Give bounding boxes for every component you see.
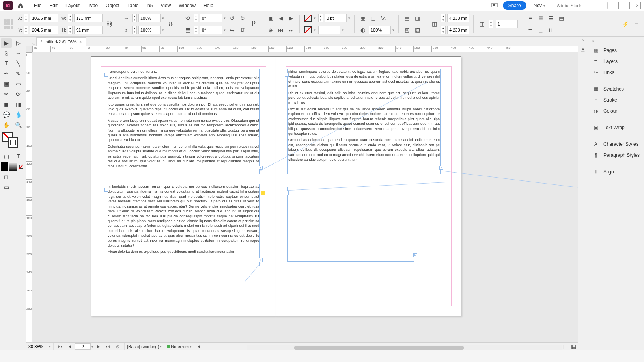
tool-note[interactable]: 💬: [1, 110, 12, 119]
wrap-bbox-icon[interactable]: ▥: [413, 14, 422, 22]
tool-type[interactable]: T: [1, 59, 12, 68]
menu-table[interactable]: Table: [123, 1, 143, 10]
align-justify-icon[interactable]: ▤: [557, 14, 566, 22]
w-stepper[interactable]: ▲▼: [68, 14, 73, 22]
ruler-vertical[interactable]: 020406080100120140160180200220240260280: [26, 52, 32, 342]
minimize-button[interactable]: —: [612, 2, 619, 9]
tool-zoom[interactable]: 🔍: [13, 120, 24, 130]
menu-layout[interactable]: Layout: [62, 1, 84, 10]
panel-item-links[interactable]: ⚯Links: [588, 67, 644, 78]
fill-swatch[interactable]: [304, 14, 312, 22]
panels-collapse-icon[interactable]: ‹‹: [588, 39, 644, 45]
tool-rect-frame[interactable]: ▣: [1, 79, 12, 89]
stroke-weight-stepper[interactable]: ▲▼: [318, 14, 323, 22]
outport-icon[interactable]: ▸: [413, 253, 417, 257]
tool-pencil[interactable]: ✎: [13, 69, 24, 78]
stroke-style-dropdown[interactable]: ▾: [342, 28, 344, 32]
fill-dropdown[interactable]: ▾: [314, 16, 316, 20]
corner-options-icon[interactable]: ◫: [430, 20, 439, 28]
dock-collapse-icon[interactable]: ‹‹: [578, 37, 588, 44]
screen-mode-preview[interactable]: ▭: [1, 182, 12, 192]
tool-gradient-feather[interactable]: ◨: [13, 100, 24, 109]
tool-line[interactable]: ╲: [13, 59, 24, 68]
transform-proxy-icon[interactable]: P: [249, 20, 258, 28]
stroke-dropdown[interactable]: ▾: [314, 28, 316, 32]
align-top-icon[interactable]: ≡: [526, 14, 535, 22]
scale-x-stepper[interactable]: ▲▼: [132, 14, 137, 22]
document-tab[interactable]: *Untitled-2 @ 76% ✕: [36, 37, 86, 46]
text-frame-3[interactable]: nitinci omnimpere volores doluptatem. Ut…: [287, 69, 441, 174]
select-first-icon[interactable]: ⏮: [276, 26, 285, 34]
fit-frame-icon[interactable]: ▢: [369, 14, 377, 22]
zoom-level[interactable]: ▾: [26, 343, 54, 350]
gutter-x-stepper[interactable]: ▲▼: [441, 14, 446, 22]
adobe-stock-search[interactable]: [553, 2, 608, 9]
page-dropdown-icon[interactable]: ▾: [91, 345, 93, 349]
view-options-icon[interactable]: ▦: [569, 342, 578, 351]
inport-icon[interactable]: [104, 73, 108, 77]
stroke-weight-input[interactable]: [325, 14, 347, 22]
x-stepper[interactable]: ▲▼: [24, 14, 28, 22]
tabs-collapse-icon[interactable]: ‹‹: [31, 42, 36, 46]
shear-dropdown[interactable]: ▾: [224, 28, 226, 32]
gutter-x-input[interactable]: [447, 14, 469, 22]
align-bottom-icon[interactable]: ☰: [547, 14, 555, 22]
apply-gradient[interactable]: [9, 162, 17, 171]
tool-eyedropper[interactable]: 💧: [13, 110, 24, 119]
stroke-style-select[interactable]: [318, 26, 340, 34]
menu-window[interactable]: Window: [175, 1, 200, 10]
shear-stepper[interactable]: ▲▼: [194, 26, 198, 34]
columns-stepper[interactable]: ▲▼: [489, 20, 493, 28]
panel-item-pages[interactable]: ▦Pages: [588, 45, 644, 56]
tool-gap[interactable]: ↔: [13, 48, 24, 58]
balance-icon[interactable]: ≣: [526, 26, 535, 34]
text-frame-4[interactable]: ▸: [287, 187, 414, 262]
errors-dropdown-icon[interactable]: ▾: [190, 345, 192, 349]
panel-item-colour[interactable]: ◑Colour: [588, 106, 644, 116]
align-center-icon[interactable]: 〓: [536, 14, 545, 22]
panel-item-align[interactable]: ⫴Align: [588, 167, 644, 177]
zoom-input[interactable]: [28, 344, 48, 349]
columns-input[interactable]: [496, 20, 518, 28]
menu-type[interactable]: Type: [84, 1, 102, 10]
select-last-icon[interactable]: ⏭: [287, 26, 295, 34]
maximize-button[interactable]: □: [623, 2, 630, 9]
page-input[interactable]: [75, 343, 91, 350]
tool-selection[interactable]: ▶: [1, 38, 12, 48]
panel-dock-collapsed[interactable]: ‹‹ A: [578, 37, 588, 350]
stroke-swatch[interactable]: [304, 26, 312, 34]
rotate-ccw-icon[interactable]: ↺: [228, 14, 237, 22]
menu-help[interactable]: Help: [200, 1, 217, 10]
tool-direct-selection[interactable]: ▷: [13, 38, 24, 48]
flip-v-icon[interactable]: ⇵: [238, 26, 247, 34]
select-prev-icon[interactable]: ◀: [276, 14, 285, 22]
menu-in5[interactable]: in5: [142, 1, 157, 10]
canvas[interactable]: Ferorersperio corumqui rerunt.Ur aci den…: [32, 52, 578, 342]
opacity-input[interactable]: [369, 26, 391, 34]
menu-view[interactable]: View: [157, 1, 175, 10]
constrain-scale-icon[interactable]: ⛓: [166, 20, 175, 28]
scale-y-input[interactable]: [138, 26, 161, 34]
status-arrow-left[interactable]: ◀: [194, 342, 203, 351]
rotate-stepper[interactable]: ▲▼: [194, 14, 198, 22]
tool-hand[interactable]: ✋: [1, 120, 12, 130]
panel-item-textwrap[interactable]: ▣Text Wrap: [588, 123, 644, 133]
rotate-input[interactable]: [200, 14, 222, 22]
screen-mode-normal[interactable]: ◻: [1, 172, 12, 182]
home-icon[interactable]: [16, 1, 25, 10]
autofit-icon[interactable]: ▦: [358, 14, 367, 22]
inport-icon[interactable]: [285, 73, 289, 77]
close-tab-icon[interactable]: ✕: [79, 40, 82, 44]
prev-page-icon[interactable]: ◀: [65, 342, 74, 351]
close-button[interactable]: ✕: [634, 2, 641, 9]
tool-free-transform[interactable]: ⟳: [13, 89, 24, 99]
w-input[interactable]: [74, 14, 103, 22]
tool-container-format[interactable]: ▢: [1, 152, 12, 161]
shear-input[interactable]: [200, 26, 222, 34]
text-frame-2[interactable]: m landebis modit laccum rernam que la vo…: [107, 184, 260, 266]
last-page-icon[interactable]: ⏭: [104, 342, 112, 351]
scale-x-dropdown[interactable]: ▾: [162, 16, 164, 20]
horizontal-scrollbar[interactable]: [247, 345, 562, 350]
menu-edit[interactable]: Edit: [45, 1, 62, 10]
inport-icon[interactable]: [285, 191, 289, 195]
